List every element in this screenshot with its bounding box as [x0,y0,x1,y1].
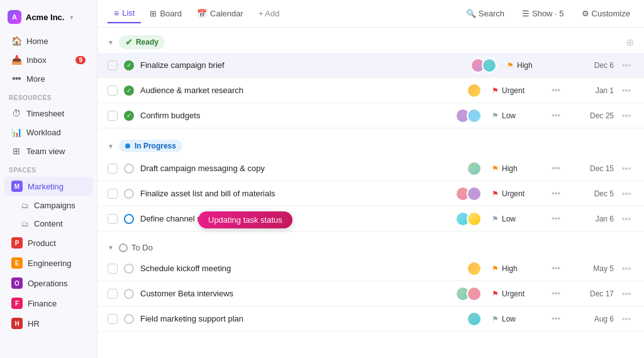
sidebar-item-teamview[interactable]: ⊞ Team view [4,142,93,160]
dots-separator: ••• [548,86,564,95]
show-button[interactable]: ☰ Show · 5 [518,6,568,21]
row-checkbox[interactable] [108,314,118,324]
marketing-icon: M [11,181,23,192]
inbox-icon: 📥 [11,55,21,65]
chevron-down-icon: ▾ [70,14,73,21]
task-avatars [431,211,482,227]
flag-icon: ⚑ [492,189,499,198]
timesheet-icon: ⏱ [11,108,21,118]
row-checkbox[interactable] [108,264,118,274]
sidebar-item-label: Engineering [28,259,71,268]
dots-separator: ••• [548,111,564,120]
dots-separator: ••• [548,289,564,298]
sidebar-item-content[interactable]: 🗂 Content [4,215,93,232]
more-options-button[interactable]: ••• [619,164,634,174]
sidebar-item-hr[interactable]: H HR [4,314,93,333]
table-row[interactable]: Draft campaign messaging & copy ⚑ High •… [97,156,644,181]
sidebar-item-label: Operations [28,279,68,288]
section-header-todo[interactable]: ▼ To Do [97,235,644,256]
table-row[interactable]: Field marketing support plan ⚑ Low ••• A… [97,306,644,332]
status-icon-open [124,314,134,324]
row-checkbox[interactable] [108,60,118,70]
sidebar-item-label: Inbox [26,55,47,65]
customize-label: Customize [592,9,630,18]
teamview-icon: ⊞ [11,146,21,156]
task-priority: ⚑ Urgent [492,289,548,298]
section-header-inprogress[interactable]: ▼ In Progress [97,132,644,156]
row-checkbox[interactable] [108,86,118,96]
tab-calendar[interactable]: 📅 Calendar [191,5,250,22]
sidebar-item-operations[interactable]: O Operations [4,274,93,293]
more-options-button[interactable]: ••• [619,214,634,224]
sidebar-item-workload[interactable]: 📊 Workload [4,123,93,141]
sidebar-item-campaigns[interactable]: 🗂 Campaigns [4,197,93,214]
task-priority: ⚑ High [492,164,548,173]
status-icon-inprogress [124,214,134,224]
more-options-button[interactable]: ••• [619,60,634,70]
more-options-button[interactable]: ••• [619,289,634,299]
avatar [467,108,482,123]
logo-icon: A [8,10,21,24]
more-options-button[interactable]: ••• [619,264,634,274]
sidebar-item-inbox[interactable]: 📥 Inbox 9 [4,51,93,69]
tab-add[interactable]: + Add [252,5,286,22]
flag-icon: ⚑ [492,215,499,223]
more-options-button[interactable]: ••• [619,314,634,324]
more-options-button[interactable]: ••• [619,86,634,96]
gear-icon: ⚙ [582,9,589,18]
sidebar-item-engineering[interactable]: E Engineering [4,254,93,272]
sidebar-item-label: Product [28,238,56,248]
section-header-ready[interactable]: ▼ ✔ Ready ⊕ [97,28,644,53]
topnav-actions: 🔍 Search ☰ Show · 5 ⚙ Customize [462,6,634,21]
checkmark-icon: ✔ [125,37,133,47]
row-checkbox[interactable] [108,289,118,299]
sidebar-item-product[interactable]: P Product [4,233,93,252]
collapse-arrow-icon: ▼ [108,39,114,46]
list-icon: ≡ [114,8,119,18]
flag-icon: ⚑ [507,61,514,70]
sidebar-item-label: Campaigns [34,201,75,210]
search-button[interactable]: 🔍 Search [462,6,508,21]
tab-board[interactable]: ⊞ Board [143,5,188,22]
app-logo[interactable]: A Acme Inc. ▾ [0,6,97,31]
table-row[interactable]: ✓ Audience & market research ⚑ Urgent ••… [97,78,644,103]
task-priority: ⚑ High [507,61,564,70]
row-checkbox[interactable] [108,164,118,174]
tab-list[interactable]: ≡ List [108,4,141,23]
task-priority: ⚑ Low [492,315,548,323]
task-priority: ⚑ High [492,264,548,273]
sidebar-item-home[interactable]: 🏠 Home [4,32,93,50]
show-icon: ☰ [522,9,530,18]
avatar [467,211,482,227]
collapse-arrow-icon: ▼ [108,244,114,251]
more-options-button[interactable]: ••• [619,189,634,199]
task-name: Confirm budgets [140,111,431,120]
status-icon-complete: ✓ [124,60,134,70]
hr-icon: H [11,318,23,329]
table-row[interactable]: ✓ Finalize campaign brief ⚑ High Dec 6 •… [97,53,644,78]
customize-button[interactable]: ⚙ Customize [578,6,634,21]
avatar [467,161,482,176]
row-checkbox[interactable] [108,111,118,121]
flag-icon: ⚑ [492,111,499,120]
row-checkbox[interactable] [108,189,118,199]
task-date: Dec 5 [564,189,614,198]
more-options-button[interactable]: ••• [619,111,634,121]
sidebar-item-finance[interactable]: F Finance [4,294,93,313]
flag-icon: ⚑ [492,86,499,95]
table-row[interactable]: Define channel strategy Updating task st… [97,206,644,232]
avatar [467,261,482,276]
search-icon: 🔍 [466,9,476,18]
dot-icon [125,143,130,148]
sidebar-item-timesheet[interactable]: ⏱ Timesheet [4,104,93,122]
table-row[interactable]: Customer Beta interviews ⚑ Urgent ••• De… [97,281,644,306]
add-section-icon[interactable]: ⊕ [626,36,634,48]
row-checkbox[interactable] [108,214,118,224]
table-row[interactable]: Finalize asset list and bill of material… [97,181,644,206]
sidebar-item-more[interactable]: ••• More [4,70,93,87]
table-row[interactable]: ✓ Confirm budgets ⚑ Low ••• Dec 25 ••• [97,103,644,128]
table-row[interactable]: Schedule kickoff meeting ⚑ High ••• May … [97,256,644,281]
task-date: Jan 6 [564,215,614,223]
status-icon-complete: ✓ [124,111,134,121]
sidebar-item-marketing[interactable]: M Marketing [4,177,93,196]
